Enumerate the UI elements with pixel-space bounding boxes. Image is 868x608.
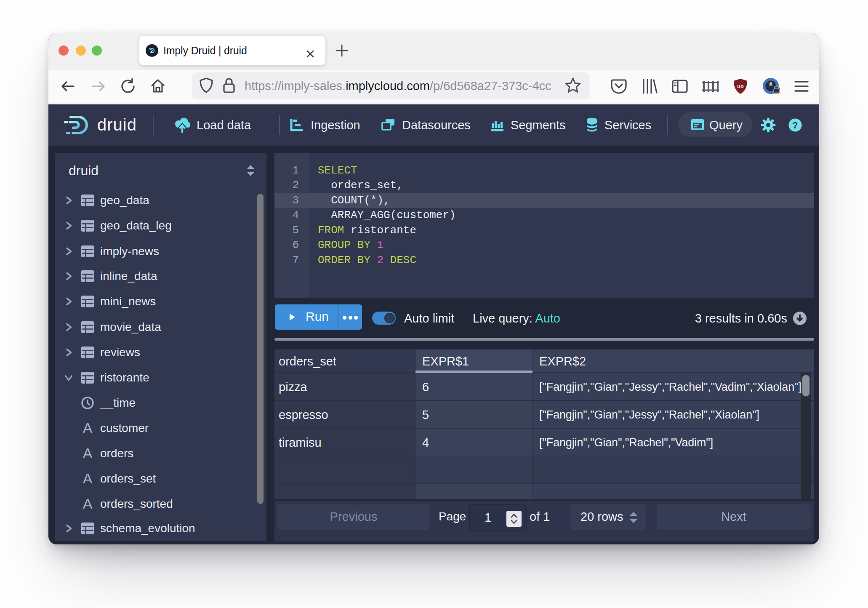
svg-text:?: ? (792, 120, 798, 131)
svg-text:uo: uo (737, 83, 744, 89)
